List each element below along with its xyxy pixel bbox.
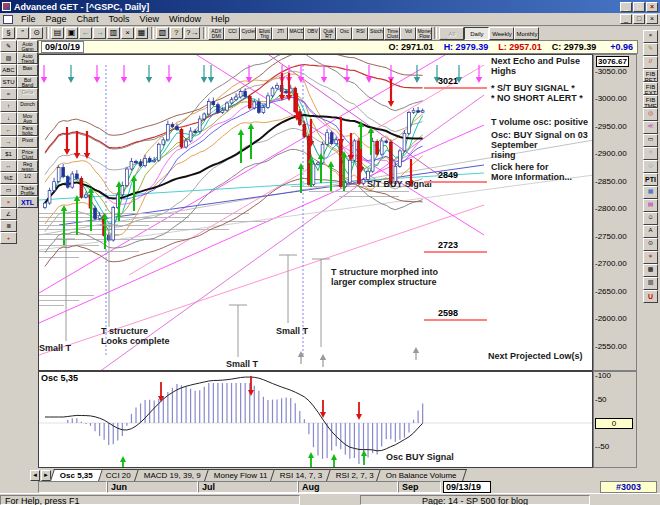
analyst-tool[interactable]: ☺ bbox=[643, 212, 658, 225]
open-button[interactable]: ▣ bbox=[65, 27, 78, 39]
dollar-tool[interactable]: $1 bbox=[0, 148, 17, 160]
pencil-tool[interactable]: ✎ bbox=[643, 43, 658, 56]
shortcut-delta[interactable]: Delta bbox=[17, 88, 38, 100]
print-button[interactable]: ▧ bbox=[156, 27, 169, 39]
child-close-button[interactable]: × bbox=[646, 14, 658, 24]
shortcut-xtl[interactable]: XTL bbox=[17, 196, 38, 208]
bands-tool[interactable]: ▤ bbox=[643, 199, 658, 212]
close-button[interactable]: × bbox=[646, 2, 658, 12]
arrow-left-tool[interactable]: ← bbox=[0, 124, 17, 136]
period-weekly[interactable]: Weekly bbox=[489, 27, 514, 40]
delete-button[interactable]: × bbox=[121, 27, 134, 39]
study-cci[interactable]: CCI bbox=[224, 27, 240, 40]
study-ellott-trig[interactable]: Ellott Trig bbox=[256, 27, 272, 40]
forward-button[interactable]: → bbox=[93, 27, 106, 39]
child-restore-button[interactable]: □ bbox=[633, 14, 645, 24]
new-page-button[interactable]: ▤ bbox=[51, 27, 64, 39]
child-minimize-button[interactable]: _ bbox=[620, 14, 632, 24]
study-vol[interactable]: Vol bbox=[400, 27, 416, 40]
undo-button[interactable]: U bbox=[643, 290, 658, 303]
more-information-link[interactable]: Click here for More Information... bbox=[491, 162, 572, 182]
shortcut-auto-gann[interactable]: Auto Gann bbox=[17, 40, 38, 52]
tab-rsi-14-7-3[interactable]: RSI 14, 7, 3 bbox=[270, 469, 332, 481]
tab-macd-19-39-9[interactable]: MACD 19, 39, 9 bbox=[134, 469, 211, 481]
pattern-tool[interactable]: ▩ bbox=[643, 264, 658, 277]
back-button[interactable]: ← bbox=[79, 27, 92, 39]
arrow-fan-tool[interactable]: ≪ bbox=[643, 121, 658, 134]
search-tool[interactable]: ⊙ bbox=[30, 27, 43, 39]
compare-tool[interactable]: ↔ bbox=[0, 160, 17, 172]
quote-tool[interactable]: ” bbox=[16, 27, 29, 39]
tab-scroll-left[interactable]: ◄ bbox=[30, 470, 40, 481]
chart-button[interactable]: ▦ bbox=[135, 27, 148, 39]
menu-window[interactable]: Window bbox=[164, 13, 206, 25]
study-quik-rt[interactable]: Quik RT bbox=[320, 27, 336, 40]
study-tool[interactable]: STU bbox=[0, 76, 17, 88]
minimize-button[interactable]: _ bbox=[620, 2, 632, 12]
shortcut-auto-trend[interactable]: Auto Trend bbox=[17, 52, 38, 64]
menu-chart[interactable]: Chart bbox=[72, 13, 104, 25]
tab-osc-5-35[interactable]: Osc 5,35 bbox=[50, 469, 103, 481]
gann-circle-tool[interactable]: ◎ bbox=[643, 108, 658, 121]
palette-tool[interactable]: ∗ bbox=[643, 251, 658, 264]
shortcut-1-2[interactable]: 1/2 bbox=[17, 172, 38, 184]
shortcut-para-bolic[interactable]: Para bolic bbox=[17, 124, 38, 136]
shortcut-bias[interactable]: Bias bbox=[17, 64, 38, 76]
arrow-up-tool[interactable]: ↑ bbox=[0, 100, 17, 112]
study-money-flow[interactable]: Money Flow bbox=[416, 27, 432, 40]
fib-time-tool[interactable]: FIB TME bbox=[643, 95, 658, 108]
menu-page[interactable]: Page bbox=[41, 13, 72, 25]
close-tool[interactable]: × bbox=[643, 30, 658, 43]
crossline-tool[interactable]: × bbox=[0, 196, 17, 208]
fib-extension-tool[interactable]: FIB EXT bbox=[643, 82, 658, 95]
eraser-tool[interactable]: ▨ bbox=[0, 52, 17, 64]
pti-button[interactable]: PTI bbox=[643, 173, 658, 186]
study-stoch[interactable]: Stoch bbox=[368, 27, 384, 40]
menu-tools[interactable]: Tools bbox=[104, 13, 135, 25]
oscillator-panel[interactable]: Osc 5,35 Osc BUY Signal bbox=[38, 371, 593, 468]
box-tool[interactable]: ▭ bbox=[0, 184, 17, 196]
shortcut-trade-profile[interactable]: Trade Profile bbox=[17, 184, 38, 196]
menu-view[interactable]: View bbox=[135, 13, 164, 25]
copy-page-button[interactable]: ▥ bbox=[107, 27, 120, 39]
diamond-tool[interactable]: ◇ bbox=[643, 160, 658, 173]
elliott-tool[interactable]: ≈ bbox=[0, 88, 17, 100]
study-cycles[interactable]: Cycles bbox=[240, 27, 256, 40]
menu-file[interactable]: File bbox=[16, 13, 41, 25]
levels-tool[interactable]: ≣ bbox=[0, 220, 17, 232]
tab-on-balance-volume[interactable]: On Balance Volume bbox=[377, 469, 468, 481]
menu-help[interactable]: Help bbox=[206, 13, 235, 25]
restore-button[interactable]: □ bbox=[633, 2, 645, 12]
arrow-right-tool[interactable]: → bbox=[0, 136, 17, 148]
shortcut-pivot[interactable]: Pivot bbox=[17, 136, 38, 148]
text-tool[interactable]: A bbox=[643, 225, 658, 238]
arrow-down-tool[interactable]: ↓ bbox=[0, 112, 17, 124]
period-daily[interactable]: Daily bbox=[464, 27, 489, 40]
copy-chart-tool[interactable]: ▥ bbox=[643, 277, 658, 290]
abc-reject-tool[interactable]: ABC bbox=[0, 64, 17, 76]
trendline-tool[interactable]: // bbox=[643, 56, 658, 69]
percent-tool[interactable]: %Σ bbox=[0, 172, 17, 184]
plus-tool[interactable]: + bbox=[0, 232, 17, 244]
grid-tool[interactable]: ▦ bbox=[643, 186, 658, 199]
shortcut-reg-ressn[interactable]: Reg ressn bbox=[17, 160, 38, 172]
pencil-tool[interactable]: ✎ bbox=[0, 40, 17, 52]
study-time-clust[interactable]: Time Clust bbox=[384, 27, 400, 40]
shortcut-bol-band[interactable]: Bol Band bbox=[17, 76, 38, 88]
study-osc[interactable]: Osc bbox=[336, 27, 352, 40]
ellipse-mob-tool[interactable]: ○ bbox=[643, 147, 658, 160]
rectangle-tool[interactable]: ▭ bbox=[643, 134, 658, 147]
period-monthly[interactable]: Monthly bbox=[514, 27, 539, 40]
pin-tool[interactable]: § bbox=[2, 27, 15, 39]
period-all-minutes[interactable]: All Minutes bbox=[439, 27, 464, 40]
study-rsi[interactable]: RSI bbox=[352, 27, 368, 40]
study-adx-dmi[interactable]: ADX DMI bbox=[208, 27, 224, 40]
tab-money-flow-11[interactable]: Money Flow 11 bbox=[204, 469, 278, 481]
tab-rsi-2-7-3[interactable]: RSI 2, 7, 3 bbox=[326, 469, 384, 481]
context-help-button[interactable]: ?→ bbox=[184, 27, 200, 39]
study-obv[interactable]: OBV bbox=[304, 27, 320, 40]
study-jti[interactable]: JTI bbox=[272, 27, 288, 40]
study-macd[interactable]: MACD bbox=[288, 27, 304, 40]
shortcut-mov-avg[interactable]: Mov Avg bbox=[17, 112, 38, 124]
price-chart-panel[interactable]: Next Echo and Pulse Highs* S/T BUY SIGNA… bbox=[38, 54, 593, 371]
